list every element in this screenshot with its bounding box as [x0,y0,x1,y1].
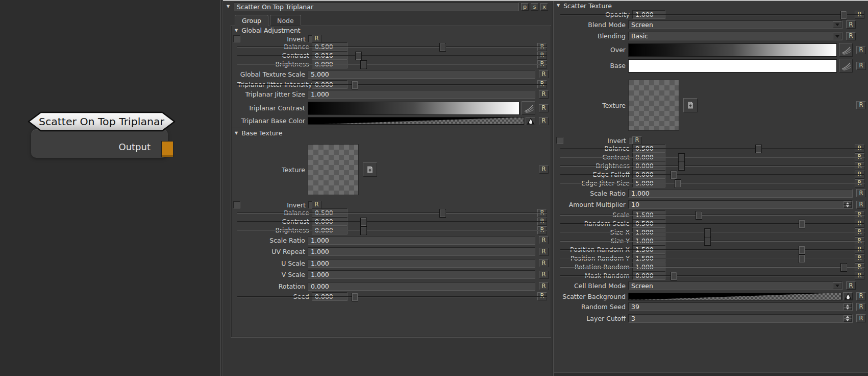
reset-button[interactable]: R [856,189,866,197]
slider-handle[interactable] [439,209,446,218]
value-field[interactable]: 1.000 [308,247,535,256]
slider-handle[interactable] [360,218,367,226]
reset-button[interactable]: R [856,201,866,209]
value-field[interactable]: 0.000 [312,80,348,89]
value-field[interactable]: 1.000 [308,259,535,268]
reset-button[interactable]: R [539,282,549,290]
reset-button[interactable]: R [856,46,866,54]
value-field[interactable]: 1.000 [308,90,535,99]
value-field[interactable]: 0.500 [632,219,665,228]
slider-track[interactable] [669,179,850,187]
reset-button[interactable]: R [856,101,866,109]
reset-button[interactable]: R [537,209,547,217]
reset-button[interactable]: R [537,43,547,51]
value-field[interactable]: 0.000 [632,170,665,179]
gradient-ramp[interactable] [628,43,837,57]
value-field[interactable]: 1.000 [628,189,853,198]
value-field[interactable]: 0.500 [312,208,348,217]
slider-handle[interactable] [678,162,685,171]
slider-track[interactable] [669,263,850,271]
value-field[interactable]: 0.000 [312,292,348,301]
reset-button[interactable]: R [855,254,864,263]
alpha-gradient-ramp[interactable] [628,293,841,300]
slider-track[interactable] [669,210,850,219]
value-field[interactable]: 0.000 [312,226,348,234]
reset-button[interactable]: R [855,246,864,254]
slider-track[interactable] [352,51,532,60]
alpha-ramp-button[interactable] [843,292,853,300]
slider-track[interactable] [669,245,850,254]
reset-button[interactable]: R [846,20,856,29]
slider-track[interactable] [352,80,532,89]
value-field[interactable]: 1.500 [632,245,665,254]
alpha-gradient-ramp[interactable] [308,117,524,125]
dropdown-button[interactable] [833,33,841,39]
color-swatch[interactable] [628,59,837,73]
slider-handle[interactable] [355,52,362,60]
slider-handle[interactable] [840,11,847,19]
slider-track[interactable] [352,217,532,226]
panel-button-p[interactable]: p [521,3,529,11]
slider-handle[interactable] [704,237,711,246]
spin-down-button[interactable] [844,205,852,208]
reset-button[interactable]: R [539,248,549,256]
reset-button[interactable]: R [539,259,549,267]
reset-button[interactable]: R [855,211,864,219]
reset-button[interactable]: R [855,162,864,170]
slider-track[interactable] [669,10,850,19]
slider-handle[interactable] [799,254,805,263]
reset-button[interactable]: R [312,201,321,209]
reset-button[interactable]: R [537,52,547,60]
reset-button[interactable]: R [312,35,321,43]
value-field[interactable]: 0.500 [312,42,348,51]
node-header[interactable]: Scatter On Top Triplanar [27,111,176,132]
reset-button[interactable]: R [856,62,866,70]
reset-button[interactable]: R [539,271,549,279]
edit-color-button[interactable] [839,59,853,73]
alpha-ramp-button[interactable] [526,117,535,125]
edit-ramp-button[interactable] [522,101,535,115]
slider-handle[interactable] [360,60,367,69]
reset-button[interactable]: R [539,236,549,244]
value-field[interactable]: 1.000 [308,270,535,279]
panel-button-s[interactable]: s [531,3,538,11]
value-field[interactable]: 39 [628,302,853,311]
slider-track[interactable] [669,271,850,280]
section-header[interactable]: ▼Global Adjustment [231,26,551,35]
reset-button[interactable]: R [537,60,547,68]
slider-handle[interactable] [799,246,805,254]
value-field[interactable]: 0.000 [312,217,348,226]
value-field[interactable]: 1.000 [632,237,665,245]
tab-node[interactable]: Node [270,15,301,26]
collapse-icon[interactable]: ▼ [235,29,238,33]
reset-button[interactable]: R [855,179,864,187]
slider-track[interactable] [352,226,532,234]
slider-track[interactable] [352,60,532,68]
reset-button[interactable]: R [856,303,866,311]
reset-button[interactable]: R [855,228,864,237]
reset-button[interactable]: R [537,218,547,226]
value-field[interactable]: 1.000 [632,263,665,271]
import-texture-button[interactable] [683,98,698,112]
value-field[interactable]: 10 [628,200,853,209]
spin-down-button[interactable] [844,307,852,311]
panel-close-button[interactable]: x [540,3,548,11]
reset-button[interactable]: R [855,11,864,19]
value-field[interactable]: 1.000 [632,228,665,237]
reset-button[interactable]: R [537,226,547,234]
reset-button[interactable]: R [846,32,856,40]
texture-thumbnail[interactable] [628,80,679,131]
node-body[interactable]: Output [31,129,168,158]
value-field[interactable]: 0.500 [632,144,665,153]
slider-handle[interactable] [439,43,446,52]
cell-blend-mode-dropdown[interactable]: Screen [628,281,842,290]
edit-ramp-button[interactable] [839,43,853,57]
slider-track[interactable] [669,254,850,263]
reset-button[interactable]: R [537,292,547,300]
slider-handle[interactable] [352,81,358,89]
reset-button[interactable]: R [855,145,864,153]
value-field[interactable]: 0.000 [312,60,348,68]
slider-track[interactable] [669,228,850,237]
value-field[interactable]: 0.000 [308,282,535,291]
slider-track[interactable] [352,292,532,301]
